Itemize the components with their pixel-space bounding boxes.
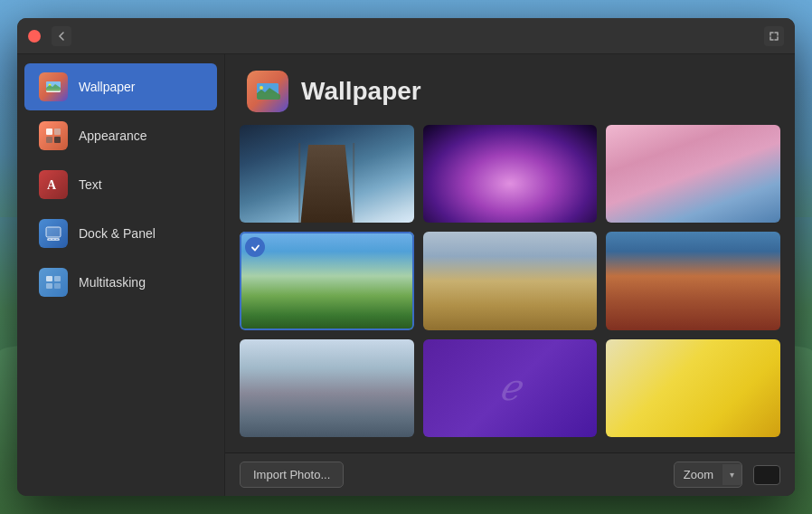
svg-rect-13 — [46, 276, 52, 281]
svg-rect-12 — [56, 239, 58, 240]
wallpaper-item-8[interactable]: ℯ — [423, 339, 598, 437]
text-label: Text — [79, 177, 102, 192]
svg-rect-5 — [46, 137, 52, 143]
wallpaper-item-3[interactable] — [606, 125, 780, 223]
content-area: Wallpaper Appearance A — [17, 54, 795, 496]
appearance-icon-svg — [44, 127, 62, 145]
panel-header: Wallpaper — [225, 54, 795, 125]
titlebar — [17, 18, 795, 54]
sidebar-item-text[interactable]: A Text — [24, 161, 217, 208]
settings-window: Wallpaper Appearance A — [17, 18, 795, 496]
sidebar-item-multitasking[interactable]: Multitasking — [24, 259, 217, 306]
bottom-bar: Import Photo... Zoom ▾ — [225, 452, 795, 496]
sidebar-item-wallpaper[interactable]: Wallpaper — [24, 63, 217, 110]
text-sidebar-icon: A — [39, 170, 68, 199]
svg-rect-10 — [49, 239, 51, 240]
close-button[interactable] — [28, 30, 41, 43]
zoom-dropdown-arrow[interactable]: ▾ — [722, 464, 741, 485]
wallpaper-item-1[interactable] — [240, 125, 414, 223]
appearance-label: Appearance — [79, 128, 147, 143]
back-icon — [56, 31, 67, 42]
text-icon-svg: A — [44, 176, 62, 194]
svg-rect-3 — [46, 128, 52, 135]
svg-text:A: A — [47, 178, 57, 192]
svg-rect-4 — [54, 128, 61, 135]
expand-icon — [769, 31, 779, 42]
svg-rect-8 — [46, 227, 61, 237]
panel-wallpaper-icon-svg — [255, 79, 280, 104]
svg-rect-14 — [54, 276, 61, 281]
wallpaper-label: Wallpaper — [79, 80, 136, 94]
wallpaper-item-2[interactable] — [423, 125, 598, 223]
zoom-label: Zoom — [675, 462, 722, 487]
dock-icon-svg — [44, 224, 62, 243]
appearance-sidebar-icon — [39, 121, 68, 150]
wallpaper-item-4[interactable] — [240, 232, 414, 329]
dock-sidebar-icon — [39, 219, 68, 248]
wallpaper-item-7[interactable] — [240, 339, 414, 437]
wallpaper-item-6[interactable] — [606, 232, 780, 329]
multitask-label: Multitasking — [79, 275, 146, 290]
wallpaper-sidebar-icon — [39, 72, 68, 101]
expand-button[interactable] — [764, 26, 784, 46]
wallpaper-grid: ℯ — [225, 125, 795, 452]
panel-header-icon — [247, 71, 288, 112]
wallpaper-item-9[interactable] — [606, 339, 780, 437]
dock-label: Dock & Panel — [79, 226, 156, 241]
wallpaper-icon-svg — [44, 78, 62, 96]
back-button[interactable] — [52, 26, 71, 46]
multitask-sidebar-icon — [39, 268, 68, 297]
color-swatch[interactable] — [753, 465, 780, 485]
zoom-select[interactable]: Zoom ▾ — [674, 462, 742, 488]
checkmark-icon — [250, 242, 261, 253]
svg-rect-11 — [52, 239, 54, 240]
svg-rect-15 — [46, 283, 52, 289]
svg-rect-16 — [54, 283, 61, 289]
wallpaper-item-5[interactable] — [423, 232, 598, 329]
sidebar-item-dock[interactable]: Dock & Panel — [24, 210, 217, 257]
import-photo-button[interactable]: Import Photo... — [240, 462, 344, 488]
svg-point-19 — [260, 86, 263, 90]
svg-rect-6 — [54, 137, 61, 143]
multitask-icon-svg — [44, 273, 62, 291]
sidebar-item-appearance[interactable]: Appearance — [24, 112, 217, 159]
main-panel: Wallpaper — [225, 54, 795, 496]
sidebar: Wallpaper Appearance A — [17, 54, 225, 496]
panel-title: Wallpaper — [301, 77, 421, 106]
